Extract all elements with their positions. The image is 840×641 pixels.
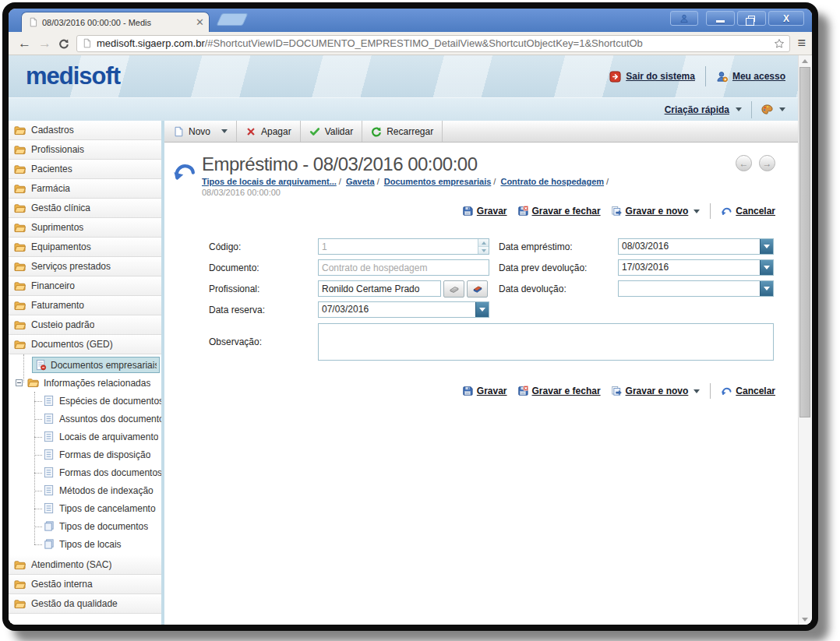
red-x-icon (245, 126, 256, 137)
breadcrumb-link-contrato-de-hospedagem[interactable]: Contrato de hospedagem (500, 177, 604, 186)
save-new-dropdown-icon[interactable] (694, 210, 700, 213)
new-button[interactable]: Novo (164, 121, 237, 142)
sidebar-item-informacoes-relacionadas[interactable]: Informações relacionadas (9, 374, 161, 392)
logout-link[interactable]: Sair do sistema (609, 71, 695, 83)
data-prev-devolucao-field[interactable]: 17/03/2016 (618, 259, 774, 276)
restore-button[interactable] (737, 11, 766, 26)
sidebar-item-faturamento[interactable]: Faturamento (9, 296, 161, 315)
data-reserva-field[interactable]: 07/03/2016 (318, 301, 489, 318)
url-bar[interactable]: medisoft.sigaerp.com.br/#ShortcutViewID=… (76, 35, 790, 52)
sidebar-tree: Documentos empresariais Informações rela… (9, 354, 161, 555)
browser-menu-button[interactable]: ≡ (797, 35, 806, 51)
sidebar-item-assuntos-dos-documentos[interactable]: Assuntos dos documentos (9, 410, 161, 428)
forward-button[interactable]: → (38, 37, 51, 50)
sidebar-item-metodos-de-indexacao[interactable]: Métodos de indexação (9, 481, 161, 499)
documento-label: Documento: (209, 262, 318, 273)
folder-icon (14, 183, 26, 195)
chevron-down-icon[interactable] (221, 129, 228, 133)
sidebar-item-formas-de-disposicao[interactable]: Formas de disposição (9, 446, 161, 463)
codigo-field[interactable] (318, 238, 489, 255)
validate-button[interactable]: Validar (301, 121, 362, 142)
documento-input[interactable] (318, 259, 489, 276)
observacao-textarea[interactable] (318, 323, 774, 361)
action-separator (710, 383, 711, 399)
breadcrumb-link-documentos-empresariais[interactable]: Documentos empresariais (384, 177, 492, 186)
chevron-down-icon (779, 107, 785, 111)
tab-close-icon[interactable]: ✕ (196, 17, 204, 27)
sidebar-item-cadastros[interactable]: Cadastros (9, 121, 161, 140)
sidebar-item-farmacia[interactable]: Farmácia (9, 179, 161, 199)
breadcrumb-link-gaveta[interactable]: Gaveta (346, 177, 375, 186)
cancel-button[interactable]: Cancelar (721, 386, 775, 396)
bookmark-star-icon[interactable] (774, 38, 785, 49)
save-button[interactable]: Gravar (462, 206, 507, 217)
link-lookup-button[interactable] (443, 280, 464, 298)
quick-create-dropdown[interactable]: Criação rápida (665, 104, 742, 115)
sidebar-item-especies-de-documentos[interactable]: Espécies de documentos (9, 392, 161, 410)
close-button[interactable]: X (768, 11, 804, 26)
reload-page-button[interactable] (58, 38, 69, 49)
sidebar-item-tipos-de-documentos[interactable]: Tipos de documentos (9, 517, 161, 535)
quickbar-separator (751, 101, 752, 118)
sidebar-item-gestao-clinica[interactable]: Gestão clínica (9, 199, 161, 218)
scrollbar-thumb[interactable] (799, 67, 810, 417)
sidebar-item-financeiro[interactable]: Financeiro (9, 276, 161, 296)
sidebar-item-servicos-prestados[interactable]: Serviços prestados (9, 257, 161, 276)
save-close-button[interactable]: Gravar e fechar (517, 386, 601, 396)
clear-value-button[interactable] (467, 280, 488, 298)
minimize-button[interactable] (706, 11, 735, 26)
spinner-icon[interactable] (478, 239, 489, 254)
delete-button[interactable]: Apagar (237, 121, 301, 142)
sidebar-item-tipos-de-locais[interactable]: Tipos de locais (9, 535, 161, 553)
sidebar-item-atendimento-sac[interactable]: Atendimento (SAC) (9, 555, 161, 575)
data-emprestimo-field[interactable]: 08/03/2016 (618, 238, 774, 255)
sidebar-item-equipamentos[interactable]: Equipamentos (9, 238, 161, 257)
sidebar-item-pacientes[interactable]: Pacientes (9, 160, 161, 179)
new-tab-button[interactable] (216, 13, 248, 26)
sidebar-item-gestao-da-qualidade[interactable]: Gestão da qualidade (9, 594, 161, 614)
sidebar-item-documentos-ged[interactable]: Documentos (GED) (9, 335, 161, 354)
profissional-input[interactable] (318, 280, 441, 297)
record-navigation: ← → (736, 155, 775, 171)
sidebar-item-formas-dos-documentos[interactable]: Formas dos documentos (9, 463, 161, 481)
save-new-button[interactable]: Gravar e novo (611, 206, 689, 217)
folder-icon (14, 222, 26, 234)
folder-icon (14, 339, 26, 350)
sidebar-item-custeio-padrao[interactable]: Custeio padrão (9, 315, 161, 335)
sidebar-item-profissionais[interactable]: Profissionais (9, 140, 161, 160)
save-new-dropdown-icon[interactable] (694, 389, 700, 393)
calendar-dropdown-icon[interactable] (760, 239, 773, 254)
codigo-input[interactable] (318, 238, 489, 255)
previous-record-button[interactable]: ← (736, 155, 752, 171)
profile-button[interactable] (670, 11, 698, 26)
scroll-down-icon[interactable] (799, 614, 811, 625)
list-icon (43, 395, 55, 407)
my-access-link[interactable]: Meu acesso (716, 71, 785, 83)
folder-icon (14, 241, 26, 253)
calendar-dropdown-icon[interactable] (760, 281, 773, 296)
sidebar-item-tipos-de-cancelamento[interactable]: Tipos de cancelamento (9, 499, 161, 517)
cancel-button[interactable]: Cancelar (721, 206, 775, 217)
page-scrollbar[interactable] (798, 55, 811, 625)
sidebar-item-suprimentos[interactable]: Suprimentos (9, 218, 161, 238)
floppy-close-icon (517, 206, 528, 217)
calendar-dropdown-icon[interactable] (475, 302, 489, 317)
save-button[interactable]: Gravar (462, 386, 507, 396)
sidebar-item-locais-de-arquivamento[interactable]: Locais de arquivamento (9, 428, 161, 446)
back-button[interactable]: ← (18, 37, 31, 50)
sidebar-item-gestao-interna[interactable]: Gestão interna (9, 575, 161, 594)
save-new-button[interactable]: Gravar e novo (611, 386, 689, 396)
record-header: Empréstimo - 08/03/2016 00:00:00 Tipos d… (164, 143, 798, 197)
data-devolucao-label: Data devolução: (499, 284, 618, 294)
sidebar-item-documentos-empresariais[interactable]: Documentos empresariais (32, 357, 160, 373)
breadcrumb-link-tipos-de-locais[interactable]: Tipos de locais de arquivament... (202, 177, 337, 186)
save-close-button[interactable]: Gravar e fechar (517, 206, 601, 217)
data-devolucao-field[interactable] (618, 280, 774, 297)
scroll-up-icon[interactable] (799, 55, 811, 66)
theme-dropdown[interactable] (761, 104, 785, 115)
collapse-icon[interactable] (16, 379, 23, 386)
next-record-button[interactable]: → (759, 155, 775, 171)
calendar-dropdown-icon[interactable] (760, 260, 773, 275)
reload-button[interactable]: Recarregar (362, 121, 443, 142)
browser-tab[interactable]: 08/03/2016 00:00:00 - Medis ✕ (21, 12, 210, 32)
